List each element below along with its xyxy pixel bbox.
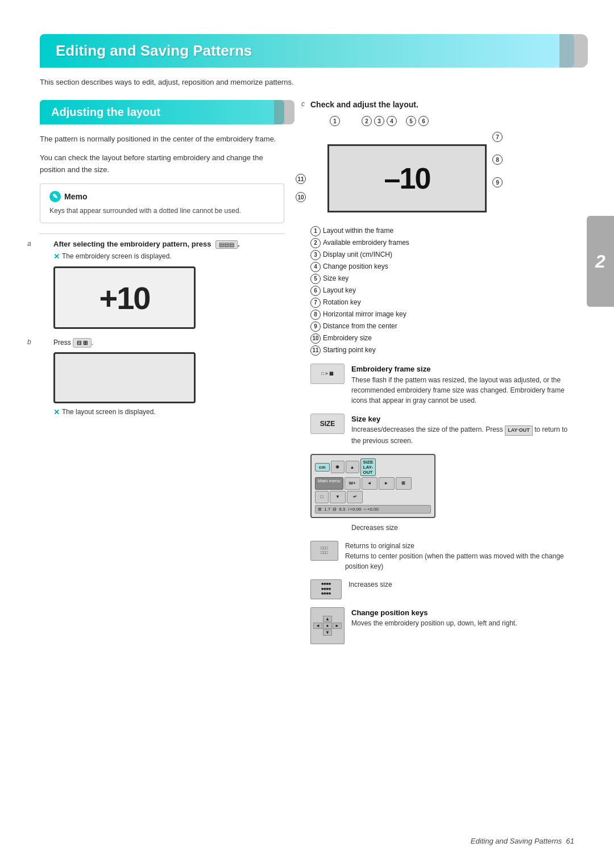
layout-out-icon: LAY·OUT (505, 425, 533, 436)
change-position-title: Change position keys (351, 608, 428, 617)
step-b-press: Press ⊟ ⊞. (53, 338, 284, 348)
legend-num-10: 10 (310, 333, 321, 344)
label-9: 9 (492, 177, 503, 187)
step-a-block: a After selecting the embroidery pattern… (40, 240, 284, 329)
memo-text: Keys that appear surrounded with a dotte… (49, 206, 275, 216)
returns-text: Returns to original size Returns to cent… (345, 541, 574, 571)
label-5: 5 (406, 116, 416, 126)
embroidery-frame-text: Embroidery frame size These flash if the… (351, 364, 574, 406)
increases-text: Increases size (349, 579, 392, 590)
embroidery-frame-desc: These flash if the pattern was resized, … (351, 376, 565, 404)
btn-w: W+ (345, 477, 360, 490)
label-7: 7 (492, 132, 503, 142)
chapter-number: 2 (595, 251, 605, 272)
step-b-note-text: The layout screen is displayed. (62, 408, 156, 416)
legend-item-11: 11 Starting point key (310, 345, 574, 356)
legend-num-6: 6 (310, 286, 321, 296)
page-container: 2 Editing and Saving Patterns This secti… (0, 0, 614, 868)
legend-num-2: 2 (310, 238, 321, 248)
left-labels: 11 10 (296, 174, 306, 202)
change-position-icon: ▲ ◄●► ▼ (310, 607, 345, 644)
memo-icon: ✎ (49, 191, 61, 202)
decreases-text: Decreases size (351, 523, 398, 533)
subsection-header: Adjusting the layout (40, 100, 284, 124)
decreases-info: Decreases size (310, 523, 574, 533)
embroidery-frame-icon: □ > ▩ (310, 364, 345, 384)
lcd-status-text2: 9.3 (339, 507, 345, 512)
lcd-panel: cm ✱ ▲ SIZELAY-OUT Main menu W+ ◄ ► ⊞ □ … (310, 454, 435, 518)
btn-right: ► (379, 477, 395, 490)
lcd-status-bar: ⊞ 1.7 ⊟ 9.3 ↕+0.00 ↔+0.00 (315, 505, 431, 514)
legend-num-5: 5 (310, 274, 321, 284)
subsection-title: Adjusting the layout (51, 106, 160, 118)
legend-num-3: 3 (310, 250, 321, 260)
size-key-icon: SIZE (310, 414, 345, 434)
legend-item-4: 4 Change position keys (310, 262, 574, 272)
legend-num-7: 7 (310, 298, 321, 308)
legend-item-10: 10 Embroidery size (310, 333, 574, 344)
increases-info: ■■■■■■■■■■■■ Increases size (310, 579, 574, 599)
legend-item-3: 3 Display unit (cm/INCH) (310, 250, 574, 260)
lcd-number: –10 (329, 146, 485, 211)
screen-display-text: +10 (99, 279, 150, 316)
layout-screen-display (53, 352, 196, 403)
memo-title: ✎ Memo (49, 191, 275, 202)
subsection-desc1: The pattern is normally positioned in th… (40, 133, 284, 145)
label-10: 10 (296, 192, 306, 202)
section-intro: This section describes ways to edit, adj… (40, 78, 574, 86)
btn-star: ✱ (331, 461, 345, 473)
embroidery-screen-display: +10 (53, 266, 196, 329)
step-a-label: a (27, 240, 31, 248)
footer-text: Editing and Saving Patterns (471, 837, 562, 845)
btn-left: ◄ (362, 477, 377, 490)
lcd-screen: –10 (327, 144, 487, 212)
step-a-note: ✕ The embroidery screen is displayed. (53, 252, 284, 261)
change-position-desc: Moves the embroidery position up, down, … (351, 619, 517, 627)
lcd-panel-mid-row: Main menu W+ ◄ ► ⊞ (315, 477, 431, 490)
subsection-desc2: You can check the layout before starting… (40, 152, 284, 176)
x-mark-b: ✕ (53, 408, 60, 416)
change-position-text: Change position keys Moves the embroider… (351, 607, 517, 629)
footer-page: 61 (566, 837, 574, 845)
lcd-status-icon: ⊞ (318, 507, 322, 512)
lcd-status-text: 1.7 (324, 507, 330, 512)
legend-num-11: 11 (310, 345, 321, 356)
left-column: Adjusting the layout The pattern is norm… (40, 100, 284, 652)
btn-grid: ⊞ (396, 477, 412, 490)
two-column-layout: Adjusting the layout The pattern is norm… (40, 100, 574, 652)
embroidery-frame-title: Embroidery frame size (351, 365, 430, 373)
legend-num-1: 1 (310, 226, 321, 236)
section-title: Editing and Saving Patterns (56, 42, 252, 59)
change-position-info: ▲ ◄●► ▼ Change position keys Moves the e… (310, 607, 574, 644)
memo-box: ✎ Memo Keys that appear surrounded with … (40, 183, 284, 223)
step-c-label: c (301, 100, 305, 108)
diagram-top-labels: 1 2 3 4 5 6 (330, 116, 574, 126)
memo-title-text: Memo (64, 192, 87, 201)
returns-label: Returns to original size (345, 542, 414, 550)
legend-item-9: 9 Distance from the center (310, 322, 574, 332)
divider (40, 233, 284, 234)
label-2: 2 (362, 116, 372, 126)
returns-icon: □□□□□□ (310, 541, 338, 561)
step-b-note: ✕ The layout screen is displayed. (53, 408, 284, 416)
check-title: Check and adjust the layout. (310, 100, 574, 109)
label-6: 6 (418, 116, 429, 126)
footer: Editing and Saving Patterns 61 (471, 837, 574, 845)
section-header: Editing and Saving Patterns (40, 34, 574, 68)
lcd-diagram-wrapper: –10 7 8 9 11 10 (310, 127, 487, 218)
label-1: 1 (330, 116, 340, 126)
returns-note: Returns to center position (when the pat… (345, 552, 564, 570)
right-labels: 7 8 9 (492, 132, 503, 187)
btn-arrow-up: ▲ (346, 461, 359, 473)
step-a-icon: ▤▤▤ (215, 240, 238, 249)
legend-num-4: 4 (310, 262, 321, 272)
legend-num-8: 8 (310, 310, 321, 320)
size-key-text: Size key Increases/decreases the size of… (351, 414, 574, 446)
press-icon: ⊟ ⊞ (73, 338, 92, 348)
legend-item-2: 2 Available embroidery frames (310, 238, 574, 248)
embroidery-frame-info: □ > ▩ Embroidery frame size These flash … (310, 364, 574, 406)
legend-item-1: 1 Layout within the frame (310, 226, 574, 236)
lcd-status-arrows: ↕+0.00 ↔+0.00 (347, 507, 379, 512)
lcd-status-icon2: ⊟ (333, 507, 337, 512)
x-mark-a: ✕ (53, 252, 60, 261)
